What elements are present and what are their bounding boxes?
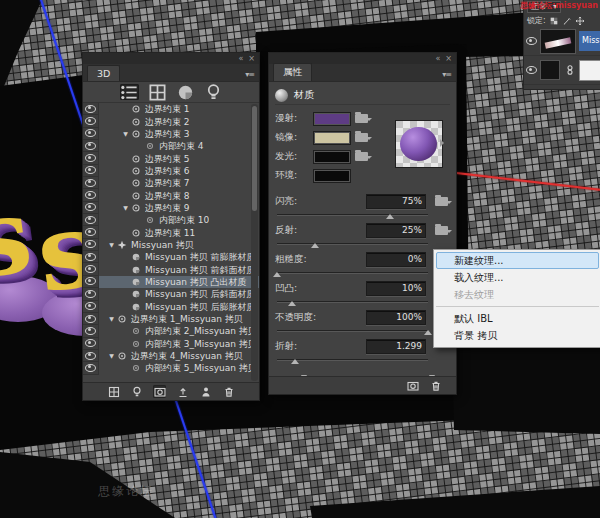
visibility-eye-icon[interactable]: [85, 364, 96, 372]
tree-row-content[interactable]: 内部约束 3_Missyuan 拷贝: [99, 338, 259, 350]
filter-meshes-filter-icon[interactable]: [148, 84, 167, 100]
slider-track[interactable]: [277, 359, 428, 360]
tree-row-content[interactable]: 内部约束 10: [99, 214, 259, 226]
tree-row-content[interactable]: 边界约束 5: [99, 152, 259, 164]
camera-box-icon[interactable]: [406, 379, 419, 392]
tree-row[interactable]: ▼边界约束 1_Missyuan 拷贝: [83, 313, 259, 325]
trash-icon[interactable]: [429, 379, 442, 392]
visibility-eye-icon[interactable]: [85, 117, 96, 125]
visibility-eye-cell[interactable]: [83, 276, 99, 288]
slider-track[interactable]: [277, 301, 428, 302]
visibility-eye-icon[interactable]: [85, 216, 96, 224]
tree-row[interactable]: 边界约束 2: [83, 115, 259, 127]
panel-menu-icon[interactable]: ▾≡: [240, 70, 259, 81]
visibility-eye-icon[interactable]: [85, 265, 96, 273]
visibility-eye-icon[interactable]: [85, 352, 96, 360]
visibility-eye-icon[interactable]: [85, 327, 96, 335]
visibility-eye-cell[interactable]: [83, 140, 99, 152]
visibility-eye-icon[interactable]: [526, 66, 537, 74]
slider-track[interactable]: [277, 243, 428, 244]
tree-row-content[interactable]: 边界约束 7: [99, 177, 259, 189]
tree-row[interactable]: Missyuan 拷贝 后膨胀材质: [83, 301, 259, 313]
tree-row[interactable]: 边界约束 1: [83, 103, 259, 115]
slider-value-input[interactable]: 75%: [366, 194, 426, 209]
menu-item[interactable]: 背景 拷贝: [436, 327, 599, 344]
visibility-eye-icon[interactable]: [85, 129, 96, 137]
slider-track[interactable]: [277, 330, 428, 331]
layer-row-3d[interactable]: Missyuan: [524, 27, 600, 56]
tree-row[interactable]: 边界约束 6: [83, 165, 259, 177]
layer-row-masked[interactable]: [524, 56, 600, 85]
slider-thumb[interactable]: [273, 268, 281, 277]
collapse-icon[interactable]: «: [238, 54, 243, 63]
color-swatch[interactable]: [313, 112, 351, 126]
tree-row[interactable]: 边界约束 8: [83, 189, 259, 201]
slider-value-input[interactable]: 1.299: [366, 339, 426, 354]
visibility-eye-cell[interactable]: [83, 177, 99, 189]
disclosure-triangle-icon[interactable]: ▼: [121, 128, 130, 140]
tree-row-content[interactable]: ▼Missyuan 拷贝: [99, 239, 259, 251]
tree-row[interactable]: 边界约束 5: [83, 152, 259, 164]
lock-transparency-icon[interactable]: [549, 16, 559, 26]
visibility-eye-icon[interactable]: [85, 105, 96, 113]
tree-row-content[interactable]: 内部约束 5_Missyuan 拷贝: [99, 362, 259, 374]
slider-thumb[interactable]: [311, 239, 319, 248]
tree-row-content[interactable]: 边界约束 11: [99, 226, 259, 238]
trash-icon[interactable]: [222, 385, 235, 398]
texture-folder-icon[interactable]: [355, 133, 368, 142]
visibility-eye-cell[interactable]: [83, 325, 99, 337]
visibility-eye-cell[interactable]: [83, 128, 99, 140]
visibility-eye-cell[interactable]: [83, 263, 99, 275]
tree-row-content[interactable]: Missyuan 拷贝 前膨胀材质: [99, 251, 259, 263]
tree-row[interactable]: 边界约束 7: [83, 177, 259, 189]
tree-row[interactable]: 边界约束 11: [83, 226, 259, 238]
visibility-eye-icon[interactable]: [85, 302, 96, 310]
tree-row-content[interactable]: 边界约束 2: [99, 115, 259, 127]
tree-row-content[interactable]: ▼边界约束 3: [99, 128, 259, 140]
tree-scrollbar[interactable]: [251, 104, 258, 381]
filter-scene-filter-icon[interactable]: [120, 84, 139, 100]
disclosure-triangle-icon[interactable]: ▼: [107, 313, 116, 325]
visibility-eye-cell[interactable]: [83, 214, 99, 226]
visibility-eye-cell[interactable]: [83, 362, 99, 374]
slider-value-input[interactable]: 0%: [366, 252, 426, 267]
tree-scrollbar-thumb[interactable]: [252, 106, 257, 211]
visibility-eye-icon[interactable]: [85, 290, 96, 298]
tree-row[interactable]: 内部约束 4: [83, 140, 259, 152]
menu-item[interactable]: 新建纹理...: [436, 252, 599, 269]
visibility-eye-cell[interactable]: [83, 202, 99, 214]
visibility-eye-icon[interactable]: [85, 228, 96, 236]
color-swatch[interactable]: [313, 169, 351, 183]
visibility-eye-icon[interactable]: [85, 191, 96, 199]
tree-row-content[interactable]: 边界约束 6: [99, 165, 259, 177]
tree-row[interactable]: 内部约束 2_Missyuan 拷贝: [83, 325, 259, 337]
tree-row[interactable]: Missyuan 拷贝 前膨胀材质: [83, 251, 259, 263]
tree-row-content[interactable]: Missyuan 拷贝 后斜面材质: [99, 288, 259, 300]
menu-item[interactable]: 默认 IBL: [436, 310, 599, 327]
mesh-grid-icon[interactable]: [107, 385, 120, 398]
tree-row[interactable]: 内部约束 3_Missyuan 拷贝: [83, 338, 259, 350]
tree-row-content[interactable]: 边界约束 1: [99, 103, 259, 115]
disclosure-triangle-icon[interactable]: ▼: [107, 239, 116, 251]
tree-row[interactable]: ▼边界约束 9: [83, 202, 259, 214]
filter-materials-filter-icon[interactable]: [176, 84, 195, 100]
tree-row-content[interactable]: ▼边界约束 9: [99, 202, 259, 214]
tree-row[interactable]: ▼Missyuan 拷贝: [83, 239, 259, 251]
tree-row[interactable]: ▼边界约束 3: [83, 128, 259, 140]
tree-row-content[interactable]: 内部约束 4: [99, 140, 259, 152]
tree-row-content[interactable]: Missyuan 拷贝 凸出材质: [99, 276, 259, 288]
texture-folder-icon[interactable]: [435, 197, 448, 206]
slider-value-input[interactable]: 10%: [366, 281, 426, 296]
disclosure-triangle-icon[interactable]: ▼: [121, 202, 130, 214]
visibility-eye-cell[interactable]: [83, 115, 99, 127]
disclosure-triangle-icon[interactable]: ▼: [107, 350, 116, 362]
tree-row[interactable]: 内部约束 5_Missyuan 拷贝: [83, 362, 259, 374]
visibility-eye-cell[interactable]: [83, 313, 99, 325]
filter-lights-filter-icon[interactable]: [204, 84, 223, 100]
layer-thumbnail[interactable]: [540, 29, 576, 54]
tree-row-content[interactable]: ▼边界约束 4_Missyuan 拷贝: [99, 350, 259, 362]
visibility-eye-icon[interactable]: [85, 277, 96, 285]
visibility-eye-cell[interactable]: [83, 251, 99, 263]
tree-row-content[interactable]: ▼边界约束 1_Missyuan 拷贝: [99, 313, 259, 325]
material-preview-ball[interactable]: [395, 120, 443, 168]
